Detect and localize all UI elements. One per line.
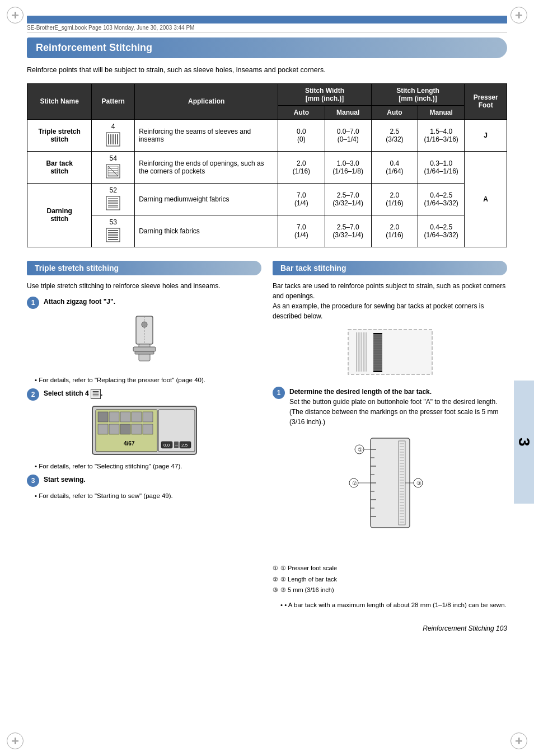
corner-mark-br <box>510 732 527 749</box>
sl-auto-dm: 2.0(1/16) <box>371 183 418 215</box>
step2-content: Select stitch 4 . <box>44 388 102 399</box>
sw-auto-dm: 7.0(1/4) <box>278 183 325 215</box>
pattern-triple: 4 <box>92 119 135 151</box>
corner-mark-bl <box>7 732 24 749</box>
legend-item-1: ① ① Presser foot scale <box>273 563 507 574</box>
step3-content: Start sewing. <box>44 475 86 485</box>
col-stitch-length: Stitch Length[mm (inch.)] <box>371 83 465 105</box>
sl-manual-bartack: 0.3–1.0(1/64–1/16) <box>418 151 465 183</box>
lower-section: Triple stretch stitching Use triple stre… <box>27 261 507 614</box>
sl-manual-triple: 1.5–4.0(1/16–3/16) <box>418 119 465 151</box>
presser-bartack: A <box>465 151 507 247</box>
svg-text:2.5: 2.5 <box>181 443 188 448</box>
step1-content: Attach zigzag foot "J". <box>44 297 115 307</box>
svg-text:–: – <box>175 442 178 448</box>
legend-container: ① ① Presser foot scale ② ② Length of bar… <box>273 563 507 596</box>
step2-note: For details, refer to "Selecting stitchi… <box>35 462 261 471</box>
svg-rect-39 <box>98 412 108 422</box>
corner-mark-tr <box>510 7 527 24</box>
intro-text: Reinforce points that will be subject to… <box>27 65 507 76</box>
svg-rect-28 <box>133 347 156 351</box>
chapter-tab: 3 <box>514 381 534 504</box>
sl-manual-dm: 0.4–2.5(1/64–3/32) <box>418 183 465 215</box>
page-wrapper: 3 SE-BrotherE_sgml.book Page 103 Monday,… <box>0 0 534 756</box>
bartack-step1-item: 1 Determine the desired length of the ba… <box>273 387 507 427</box>
col-application: Application <box>135 83 278 119</box>
col-sl-auto: Auto <box>371 105 418 119</box>
sl-auto-bartack: 0.4(1/64) <box>371 151 418 183</box>
svg-rect-41 <box>120 412 130 422</box>
top-bar <box>27 16 507 24</box>
col-stitch-width: Stitch Width[mm (inch.)] <box>278 83 372 105</box>
app-darning-medium: Darning mediumweight fabrics <box>135 183 278 215</box>
bartack-note: • A bar tack with a maximum length of ab… <box>280 600 507 610</box>
step2-circle: 2 <box>27 388 39 401</box>
svg-rect-46 <box>120 424 130 434</box>
pattern-darning52: 52 <box>92 183 135 215</box>
legend-num-1: ① <box>273 563 278 574</box>
svg-rect-57 <box>348 330 432 374</box>
svg-rect-45 <box>109 424 119 434</box>
col-presser-foot: PresserFoot <box>465 83 507 119</box>
svg-text:0.0: 0.0 <box>163 443 170 448</box>
table-row: Triple stretchstitch 4 Reinforcing the s… <box>27 119 507 151</box>
sw-manual-dt: 2.5–7.0(3/32–1/4) <box>325 215 371 247</box>
footer: Reinforcement Stitching 103 <box>27 624 507 632</box>
bartack-illustration <box>345 327 435 377</box>
svg-rect-47 <box>132 424 142 434</box>
table-row: 53 Darning thick fabrics 7.0(1/4) 2.5–7.… <box>27 215 507 247</box>
bar-tack-intro: Bar tacks are used to reinforce points s… <box>273 281 507 321</box>
presser-triple: J <box>465 119 507 151</box>
bartack-step1-circle: 1 <box>273 387 285 399</box>
svg-rect-44 <box>98 424 108 434</box>
stitch-table: Stitch Name Pattern Application Stitch W… <box>27 83 507 247</box>
sl-manual-dt: 0.4–2.5(1/64–3/32) <box>418 215 465 247</box>
svg-rect-32 <box>91 389 100 398</box>
sw-auto-triple: 0.0(0) <box>278 119 325 151</box>
svg-text:③: ③ <box>416 480 421 486</box>
display-image: 4/67 0.0 – 2.5 <box>91 405 198 456</box>
legend-item-3: ③ ③ 5 mm (3/16 inch) <box>273 585 507 596</box>
bartack-step1-title: Determine the desired length of the bar … <box>289 388 432 396</box>
app-triple: Reinforcing the seams of sleeves and ins… <box>135 119 278 151</box>
sw-manual-triple: 0.0–7.0(0–1/4) <box>325 119 371 151</box>
app-darning-thick: Darning thick fabrics <box>135 215 278 247</box>
sw-auto-dt: 7.0(1/4) <box>278 215 325 247</box>
svg-rect-43 <box>143 412 153 422</box>
legend-text-2: ② Length of bar tack <box>280 574 337 585</box>
svg-text:②: ② <box>352 480 357 486</box>
main-heading: Reinforcement Stitching <box>27 37 507 58</box>
corner-mark-tl <box>7 7 24 24</box>
svg-rect-42 <box>132 412 142 422</box>
legend-text-3: ③ 5 mm (3/16 inch) <box>280 585 334 596</box>
pattern-darning53: 53 <box>92 215 135 247</box>
triple-stretch-section: Triple stretch stitching Use triple stre… <box>27 261 261 614</box>
legend-item-2: ② ② Length of bar tack <box>273 574 507 585</box>
col-pattern: Pattern <box>92 83 135 119</box>
sw-manual-dm: 2.5–7.0(3/32–1/4) <box>325 183 371 215</box>
table-row: Darningstitch 52 Darning mediumweight <box>27 183 507 215</box>
step2-title: Select stitch 4 . <box>44 389 102 397</box>
svg-rect-48 <box>143 424 153 434</box>
stitch-name-darning: Darningstitch <box>27 183 92 247</box>
step3-title: Start sewing. <box>44 476 86 483</box>
main-content: SE-BrotherE_sgml.book Page 103 Monday, J… <box>27 16 507 632</box>
step1-item: 1 Attach zigzag foot "J". <box>27 297 261 309</box>
bar-tack-heading: Bar tack stitching <box>273 261 507 275</box>
sw-auto-bartack: 2.0(1/16) <box>278 151 325 183</box>
triple-stretch-heading: Triple stretch stitching <box>27 261 261 275</box>
sw-manual-bartack: 1.0–3.0(1/16–1/8) <box>325 151 371 183</box>
step3-circle: 3 <box>27 475 39 487</box>
stitch-name-triple: Triple stretchstitch <box>27 119 92 151</box>
col-sw-manual: Manual <box>325 105 371 119</box>
sl-auto-dt: 2.0(1/16) <box>371 215 418 247</box>
legend-num-3: ③ <box>273 585 278 596</box>
app-bartack: Reinforcing the ends of openings, such a… <box>135 151 278 183</box>
svg-text:4/67: 4/67 <box>124 440 135 447</box>
legend-text-1: ① Presser foot scale <box>280 563 337 574</box>
stitch-name-bartack: Bar tackstitch <box>27 151 92 183</box>
svg-rect-65 <box>373 334 382 372</box>
header-info: SE-BrotherE_sgml.book Page 103 Monday, J… <box>27 25 507 33</box>
bar-tack-section: Bar tack stitching Bar tacks are used to… <box>273 261 507 614</box>
footer-text: Reinforcement Stitching 103 <box>423 624 507 632</box>
